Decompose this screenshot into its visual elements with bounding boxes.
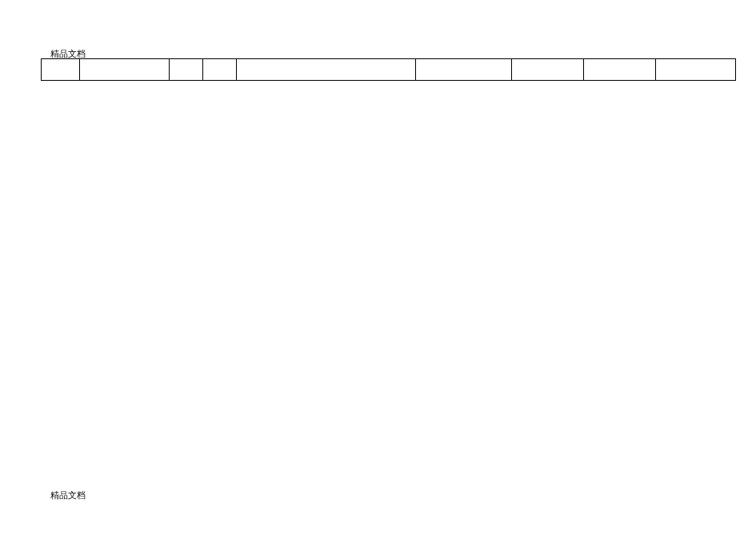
table-cell — [236, 59, 416, 81]
table-cell — [416, 59, 512, 81]
table-row — [42, 59, 736, 81]
table-cell — [656, 59, 736, 81]
table-cell — [79, 59, 169, 81]
table-cell — [512, 59, 584, 81]
page-footer-label: 精品文档 — [50, 489, 86, 501]
table-cell — [42, 59, 80, 81]
table-cell — [202, 59, 236, 81]
table-cell — [169, 59, 202, 81]
table-cell — [584, 59, 656, 81]
table-container — [41, 58, 736, 81]
data-table — [41, 58, 736, 81]
